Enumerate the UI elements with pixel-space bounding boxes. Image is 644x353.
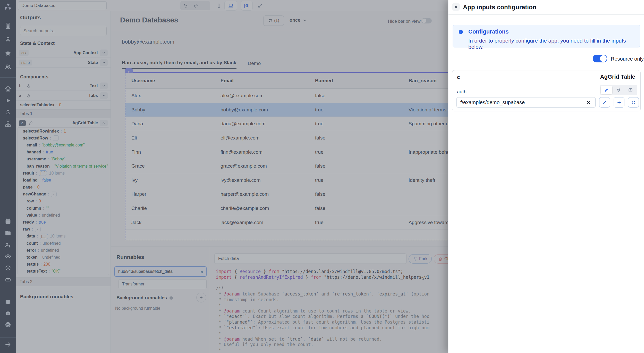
table-cell: Grace	[131, 159, 145, 173]
runnable-item-fetch-data[interactable]: hub/943/supabase/fetch_data c	[114, 266, 207, 277]
column-header-ban_reason[interactable]: Ban_reason	[409, 73, 437, 89]
pointer-icon	[26, 83, 31, 88]
tree-value: true	[46, 150, 53, 154]
component-c-collapse-button[interactable]	[100, 120, 108, 126]
search-outputs-input[interactable]	[20, 26, 107, 36]
component-a-collapse-button[interactable]	[100, 92, 108, 99]
fork-button[interactable]: Fork	[409, 254, 432, 264]
tree-row-newChange: newChange:-	[18, 191, 109, 198]
component-a-type: Tabs	[89, 93, 98, 98]
user-icon[interactable]	[4, 36, 12, 43]
redo-icon	[193, 3, 198, 8]
edit-resource-button[interactable]	[599, 97, 610, 108]
desktop-view-button[interactable]	[225, 1, 237, 10]
folder-icon[interactable]	[4, 229, 12, 237]
app-tab-0[interactable]: Ban a user, notify them by email, and us…	[122, 60, 236, 69]
component-row-c[interactable]: c AgGrid Table	[16, 118, 111, 128]
collapse-toggle[interactable]: -	[35, 227, 41, 232]
state-context-header: State & Context	[20, 41, 55, 46]
app-tab-1[interactable]: Demo	[248, 61, 261, 69]
app-name-input[interactable]	[18, 1, 107, 10]
ctx-expand-button[interactable]	[100, 50, 108, 56]
refresh-icon	[631, 100, 636, 105]
eval-mode-button[interactable]	[625, 86, 636, 94]
connect-mode-button[interactable]	[613, 86, 624, 94]
dollar-icon[interactable]	[4, 109, 12, 116]
sidebar-divider	[0, 77, 16, 78]
star-icon[interactable]	[4, 50, 12, 57]
clear-input-icon[interactable]	[585, 99, 591, 105]
calendar-icon[interactable]	[4, 218, 12, 225]
component-b-expand-button[interactable]	[100, 83, 108, 89]
resource-path-input[interactable]	[456, 97, 596, 108]
icon-sidebar	[0, 0, 16, 353]
expand-array-toggle[interactable]: [...]	[39, 170, 47, 176]
mobile-view-button[interactable]	[214, 1, 224, 10]
cubes-icon[interactable]	[4, 121, 12, 128]
users-icon[interactable]	[4, 63, 12, 70]
redo-button[interactable]	[191, 1, 201, 10]
discord-icon[interactable]	[4, 310, 12, 317]
schedule-select[interactable]: once	[290, 18, 307, 23]
undo-button[interactable]	[180, 1, 191, 10]
static-mode-button[interactable]	[601, 86, 612, 94]
diff-view-button[interactable]: |0|	[241, 1, 252, 10]
add-resource-button[interactable]	[614, 97, 624, 108]
refresh-app-button[interactable]: (1)	[263, 15, 284, 26]
background-runnables-header: Background runnables	[20, 294, 73, 300]
laptop-icon	[228, 3, 234, 9]
component-row-a[interactable]: a Tabs	[16, 91, 111, 101]
tree-value: 200	[44, 262, 50, 267]
undo-icon	[183, 3, 188, 8]
refresh-icon	[268, 18, 273, 23]
hide-bar-toggle[interactable]	[421, 18, 432, 23]
column-header-username[interactable]: Username	[131, 73, 155, 89]
user-gear-icon[interactable]	[4, 241, 12, 248]
tree-value: 0	[37, 185, 40, 190]
tree-row-username: username:"Bobby"	[18, 156, 109, 163]
robot-icon[interactable]	[4, 276, 12, 283]
gear-icon[interactable]	[4, 264, 12, 272]
text-component: bobby@example.com	[122, 39, 174, 45]
fullscreen-button[interactable]	[255, 1, 265, 10]
collapse-toggle[interactable]: -	[53, 135, 59, 141]
table-cell: false	[315, 89, 325, 103]
close-drawer-button[interactable]	[452, 3, 460, 11]
table-cell: bobby@example.com	[221, 103, 268, 117]
pencil-icon[interactable]	[28, 120, 33, 126]
component-row-b[interactable]: b Text	[16, 81, 111, 91]
tree-row-page: page:0	[18, 184, 109, 191]
resource-only-toggle[interactable]	[593, 55, 607, 62]
resource-only-label: Resource only	[611, 56, 644, 62]
state-expand-button[interactable]	[100, 59, 108, 66]
runnable-item-transformer[interactable]: Transformer	[118, 279, 207, 289]
tree-row-selectedRow: selectedRow:-	[18, 135, 109, 142]
output-row-state[interactable]: state State	[16, 58, 111, 68]
expand-array-toggle[interactable]: [...]	[40, 234, 48, 239]
building-icon[interactable]	[4, 22, 12, 29]
column-header-banned[interactable]: Banned	[315, 73, 333, 89]
add-background-runnable-button[interactable]	[196, 293, 206, 302]
expand-sidebar-icon[interactable]	[4, 341, 12, 348]
tree-value: "bobby@example.com"	[42, 143, 84, 147]
play-icon[interactable]	[4, 97, 12, 104]
book-icon[interactable]	[4, 298, 12, 306]
tree-key: ready	[23, 220, 34, 225]
tree-value: false	[42, 178, 51, 183]
tree-key: newChange	[23, 192, 46, 196]
tree-key: column	[27, 206, 41, 211]
tree-key: status	[27, 262, 39, 267]
github-icon[interactable]	[4, 321, 12, 328]
eye-icon[interactable]	[4, 253, 12, 260]
table-cell: Harper	[131, 187, 146, 201]
refresh-resource-button[interactable]	[628, 97, 639, 108]
collapse-toggle[interactable]: -	[51, 192, 57, 197]
column-header-email[interactable]: Email	[221, 73, 234, 89]
runnable-name-input[interactable]	[214, 253, 406, 264]
windmill-logo-icon[interactable]	[4, 3, 12, 11]
output-row-ctx[interactable]: ctx App Context	[16, 48, 111, 58]
tabs2-header[interactable]: Tabs 2	[16, 277, 111, 286]
home-icon[interactable]	[4, 85, 12, 92]
tree-key: result	[23, 171, 34, 176]
page-title: Demo Databases	[120, 16, 178, 24]
